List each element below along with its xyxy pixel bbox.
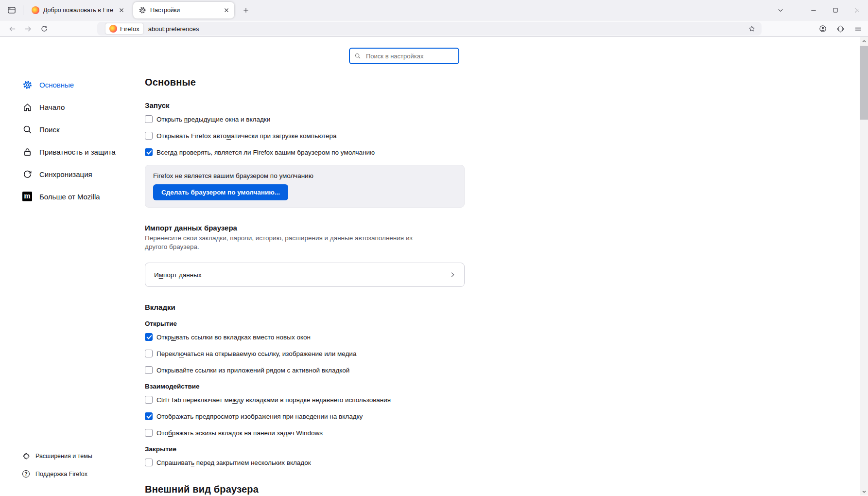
- star-icon: [748, 25, 756, 33]
- checkbox-row: Отображать предпросмотр изображения при …: [145, 412, 465, 420]
- checkbox-label[interactable]: Всегда проверять, является ли Firefox ва…: [156, 149, 375, 156]
- checkbox[interactable]: [145, 459, 153, 466]
- extensions-button[interactable]: [833, 21, 848, 36]
- tab-settings-active[interactable]: Настройки: [133, 2, 234, 18]
- url-text: about:preferences: [148, 25, 199, 33]
- tab-title: Добро пожаловать в Firefox: [43, 7, 113, 14]
- checkbox[interactable]: [145, 115, 153, 123]
- minimize-icon: [810, 7, 817, 14]
- browser-window: Добро пожаловать в Firefox Настройки: [0, 0, 868, 496]
- startup-section: Запуск Открыть предыдущие окна и вкладки…: [145, 101, 465, 208]
- account-button[interactable]: [815, 21, 831, 36]
- scrollbar-thumb[interactable]: [860, 46, 868, 120]
- list-all-tabs-button[interactable]: [772, 3, 789, 18]
- sidebar-item-label: Основные: [39, 81, 74, 89]
- page-title: Основные: [145, 73, 465, 88]
- checkbox-label[interactable]: Отображать предпросмотр изображения при …: [156, 413, 363, 420]
- checkbox-label[interactable]: Открыть предыдущие окна и вкладки: [156, 116, 270, 123]
- checkbox-row: Всегда проверять, является ли Firefox ва…: [145, 148, 465, 156]
- checkbox-label[interactable]: Открывайте ссылки из приложений рядом с …: [156, 367, 349, 374]
- category-sidebar: Основные Начало Поиск: [0, 73, 145, 495]
- plus-icon: [243, 7, 249, 14]
- make-default-button[interactable]: Сделать браузером по умолчанию...: [153, 184, 288, 200]
- menu-button[interactable]: [850, 21, 866, 36]
- sidebar-item-label: Больше от Mozilla: [39, 193, 100, 201]
- minimize-button[interactable]: [802, 0, 824, 20]
- section-heading: Вкладки: [145, 303, 465, 311]
- checkbox-label[interactable]: Переключаться на открываемую ссылку, изо…: [156, 350, 356, 357]
- section-heading: Импорт данных браузера: [145, 224, 465, 232]
- puzzle-icon: [836, 25, 845, 33]
- import-data-button[interactable]: Импорт данных: [145, 263, 465, 287]
- checkbox-row: Спрашивать перед закрытием нескольких вк…: [145, 459, 465, 466]
- checkbox[interactable]: [145, 132, 153, 140]
- forward-arrow-icon: [24, 25, 32, 33]
- close-window-button[interactable]: [846, 0, 868, 20]
- close-tab-icon[interactable]: [222, 5, 231, 15]
- reload-button[interactable]: [37, 22, 51, 35]
- footer-link-label: Расширения и темы: [35, 453, 92, 460]
- scrollbar[interactable]: [860, 37, 868, 496]
- extensions-and-themes-link[interactable]: Расширения и темы: [22, 447, 92, 465]
- checkbox-row: Открывайте ссылки из приложений рядом с …: [145, 366, 465, 374]
- settings-search-box[interactable]: [349, 48, 459, 64]
- import-description: Перенесите свои закладки, пароли, истори…: [145, 234, 424, 251]
- home-icon: [22, 102, 33, 112]
- subsection-heading: Открытие: [145, 320, 465, 327]
- scroll-up-icon[interactable]: [860, 37, 868, 45]
- gear-icon: [22, 79, 33, 90]
- checkbox[interactable]: [145, 396, 153, 404]
- identity-label: Firefox: [120, 25, 139, 33]
- firefox-view-button[interactable]: [4, 3, 19, 18]
- gear-icon: [139, 6, 146, 14]
- checkbox-row: Отображать эскизы вкладок на панели зада…: [145, 429, 465, 437]
- new-tab-button[interactable]: [239, 3, 253, 18]
- checkbox[interactable]: [145, 412, 153, 420]
- checkbox-label[interactable]: Ctrl+Tab переключает между вкладками в п…: [156, 396, 391, 404]
- footer-link-label: Поддержка Firefox: [35, 471, 87, 478]
- toolbar-buttons: [813, 21, 866, 36]
- help-icon: ?: [22, 470, 30, 478]
- checkbox[interactable]: [145, 148, 153, 156]
- sidebar-item-search[interactable]: Поиск: [22, 118, 60, 141]
- import-section: Импорт данных браузера Перенесите свои з…: [145, 224, 465, 287]
- close-tab-icon[interactable]: [117, 5, 126, 15]
- sidebar-item-sync[interactable]: Синхронизация: [22, 163, 92, 185]
- sidebar-item-more-from-mozilla[interactable]: m Больше от Mozilla: [22, 185, 100, 208]
- identity-chip[interactable]: Firefox: [105, 23, 143, 34]
- url-bar[interactable]: Firefox about:preferences: [97, 22, 762, 35]
- back-arrow-icon: [8, 25, 17, 33]
- checkbox-label[interactable]: Отображать эскизы вкладок на панели зада…: [156, 429, 323, 437]
- checkbox-row: Открывать Firefox автоматически при загр…: [145, 132, 465, 140]
- sync-icon: [22, 169, 33, 179]
- section-heading: Запуск: [145, 101, 465, 109]
- checkbox[interactable]: [145, 350, 153, 357]
- tab-welcome[interactable]: Добро пожаловать в Firefox: [26, 2, 129, 18]
- firefox-support-link[interactable]: ? Поддержка Firefox: [22, 465, 92, 483]
- chevron-down-icon: [777, 7, 784, 14]
- bookmark-star-button[interactable]: [747, 24, 757, 34]
- main-pane: Основные Запуск Открыть предыдущие окна …: [145, 73, 465, 495]
- navigation-toolbar: Firefox about:preferences: [0, 20, 868, 37]
- sidebar-item-privacy[interactable]: Приватность и защита: [22, 141, 116, 163]
- checkbox[interactable]: [145, 366, 153, 374]
- search-input[interactable]: [350, 49, 458, 63]
- checkbox-label[interactable]: Спрашивать перед закрытием нескольких вк…: [156, 459, 311, 466]
- sidebar-item-home[interactable]: Начало: [22, 96, 65, 118]
- checkbox[interactable]: [145, 429, 153, 437]
- checkbox-label[interactable]: Открывать Firefox автоматически при загр…: [156, 132, 337, 140]
- checkbox[interactable]: [145, 333, 153, 341]
- sidebar-footer: Расширения и темы ? Поддержка Firefox: [22, 447, 92, 483]
- subsection-heading: Взаимодействие: [145, 383, 465, 390]
- sidebar-item-general[interactable]: Основные: [22, 73, 74, 96]
- sidebar-item-label: Приватность и защита: [39, 148, 116, 156]
- checkbox-label[interactable]: Открывать ссылки во вкладках вместо новы…: [156, 334, 311, 341]
- scroll-down-icon[interactable]: [860, 487, 868, 496]
- lock-icon: [22, 146, 33, 157]
- tab-strip: Добро пожаловать в Firefox Настройки: [0, 0, 868, 20]
- back-button[interactable]: [5, 22, 19, 35]
- maximize-button[interactable]: [824, 0, 846, 20]
- default-browser-message: Firefox не является вашим браузером по у…: [153, 172, 456, 179]
- mozilla-icon: m: [22, 191, 33, 202]
- forward-button[interactable]: [21, 22, 35, 35]
